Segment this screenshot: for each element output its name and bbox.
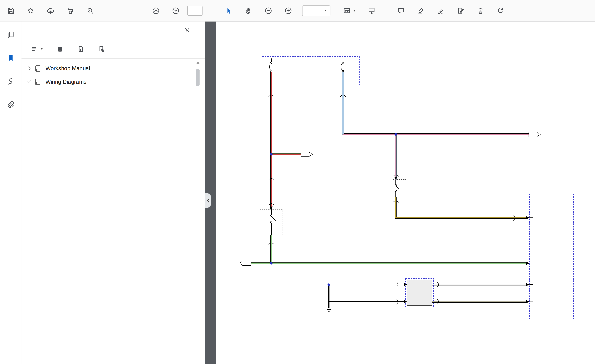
bookmarks-toolbar <box>21 39 205 59</box>
ground-symbol <box>326 308 332 311</box>
options-list-icon <box>31 45 38 52</box>
cpp-sensor-box <box>406 279 434 307</box>
rotate-pages-button[interactable] <box>494 4 507 17</box>
pcm-pin-stubs <box>529 218 533 302</box>
comment-icon <box>397 7 405 14</box>
fill-sign-button[interactable] <box>454 4 468 17</box>
hand-icon <box>245 7 252 14</box>
star-button[interactable] <box>24 4 38 17</box>
delete-pages-button[interactable] <box>474 4 488 17</box>
chevron-down-icon <box>324 10 327 12</box>
new-bookmark-button[interactable] <box>75 43 86 55</box>
highlighter-icon <box>417 7 425 14</box>
search-icon <box>86 7 94 14</box>
document-area <box>205 21 595 364</box>
bookmarks-tree: Workshop Manual Wiring Diagrams <box>21 59 205 364</box>
bookmarks-panel-header <box>21 21 205 39</box>
edit-document-icon <box>457 7 464 14</box>
bookmark-page-icon <box>35 78 41 85</box>
trash-icon <box>477 7 484 14</box>
attachments-panel-button[interactable] <box>5 99 16 110</box>
bookmark-item[interactable]: Workshop Manual <box>21 62 205 75</box>
top-toolbar <box>0 0 595 21</box>
delete-bookmark-button[interactable] <box>54 43 66 55</box>
chevron-down-icon <box>40 48 43 50</box>
expand-chevron-icon[interactable] <box>27 79 31 82</box>
highlight-button[interactable] <box>414 4 428 17</box>
collapse-panel-handle[interactable] <box>205 193 211 208</box>
panel-scrollbar[interactable] <box>196 62 200 291</box>
print-button[interactable] <box>64 4 77 17</box>
print-icon <box>66 7 74 14</box>
bookmark-page-icon <box>35 65 41 72</box>
draw-sign-button[interactable] <box>434 4 448 17</box>
wire-lb-pk <box>343 72 529 179</box>
wire-lg <box>251 235 526 263</box>
pcm-box <box>529 193 574 319</box>
zoom-in-icon <box>284 7 292 14</box>
left-rail <box>0 21 21 364</box>
connector-markers <box>269 95 515 304</box>
cloud-upload-icon <box>47 7 54 14</box>
add-bookmark-icon <box>77 45 84 52</box>
next-page-button[interactable] <box>169 4 183 17</box>
hand-tool-button[interactable] <box>242 4 255 17</box>
expand-chevron-icon[interactable] <box>27 66 31 70</box>
zoom-out-icon <box>264 7 272 14</box>
signatures-icon <box>6 77 15 85</box>
chevron-down-icon <box>353 10 356 12</box>
star-icon <box>27 7 34 14</box>
brake-pedal-switch-box <box>260 209 283 235</box>
chevron-left-icon <box>207 199 211 202</box>
save-button[interactable] <box>4 4 18 17</box>
rotate-icon <box>496 7 504 14</box>
wire-bk-ye <box>396 197 526 218</box>
signatures-panel-button[interactable] <box>5 76 16 87</box>
cursor-icon <box>225 7 232 14</box>
bookmark-options-button[interactable] <box>29 43 45 55</box>
wire-lg-rd <box>271 72 301 209</box>
close-panel-button[interactable] <box>182 25 193 35</box>
page-thumbnails-icon <box>6 31 15 39</box>
bookmarks-panel-button[interactable] <box>5 52 16 64</box>
wiring-diagram <box>216 21 595 364</box>
page-display-button[interactable] <box>365 4 378 17</box>
bookmarks-panel: Workshop Manual Wiring Diagrams <box>21 21 205 364</box>
bookmark-item[interactable]: Wiring Diagrams <box>21 75 205 88</box>
zoom-out-button[interactable] <box>261 4 275 17</box>
fit-width-icon <box>343 7 351 14</box>
bookmark-label: Workshop Manual <box>43 63 194 73</box>
scrollbar-up-arrow[interactable] <box>196 62 200 64</box>
find-button[interactable] <box>83 4 97 17</box>
bookmark-search-icon <box>98 45 105 52</box>
page-down-icon <box>172 7 180 14</box>
paperclip-icon <box>6 100 15 109</box>
bookmark-label: Wiring Diagrams <box>43 77 194 86</box>
off-page-flags <box>240 132 540 265</box>
page-number-input[interactable] <box>187 6 203 15</box>
previous-page-button[interactable] <box>149 4 163 17</box>
fit-width-button[interactable] <box>341 4 358 17</box>
page-up-icon <box>152 7 160 14</box>
comment-button[interactable] <box>394 4 408 17</box>
scrollbar-thumb[interactable] <box>196 69 199 86</box>
trash-icon <box>57 45 64 52</box>
save-icon <box>7 7 14 14</box>
share-cloud-button[interactable] <box>43 4 57 17</box>
select-tool-button[interactable] <box>222 4 236 17</box>
page-display-icon <box>368 7 375 14</box>
pdf-page[interactable] <box>216 21 595 364</box>
close-icon <box>184 27 191 34</box>
wire-bk-wh <box>329 284 404 308</box>
signature-pen-icon <box>437 7 445 14</box>
page-thumbnails-button[interactable] <box>5 29 16 41</box>
zoom-in-button[interactable] <box>281 4 295 17</box>
zoom-level-dropdown[interactable] <box>302 5 330 16</box>
pdf-viewer-window: Workshop Manual Wiring Diagrams <box>0 0 595 364</box>
expand-current-bookmark-button[interactable] <box>96 43 107 55</box>
deactivator-switch-box <box>393 179 406 197</box>
bookmark-icon <box>6 54 15 62</box>
cjb-box-group <box>262 57 359 86</box>
